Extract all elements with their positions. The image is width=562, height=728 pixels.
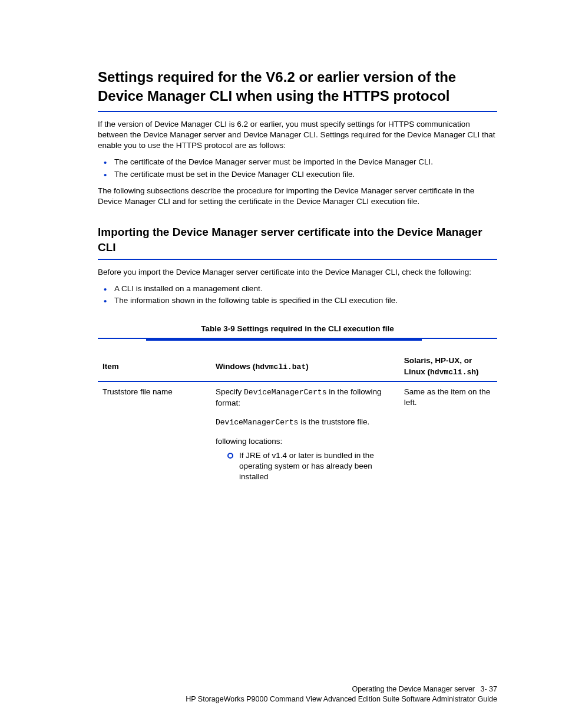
table-top-rule	[98, 338, 497, 341]
page-footer: Operating the Device Manager server 3- 3…	[186, 684, 497, 704]
code-bat: hdvmcli.bat	[255, 363, 306, 371]
col-item: Item	[98, 352, 211, 381]
bullet-cert-imported: The certificate of the Device Manager se…	[104, 157, 497, 167]
footer-doc-title: HP StorageWorks P9000 Command View Advan…	[186, 695, 497, 703]
col-solaris: Solaris, HP-UX, or Linux (hdvmcli.sh)	[399, 352, 497, 381]
table-row: Truststore file name Specify DeviceManag…	[98, 381, 497, 489]
sub1-paragraph-1: Before you import the Device Manager ser…	[98, 267, 497, 278]
nested-bullet-jre: If JRE of v1.4 or later is bundled in th…	[227, 450, 395, 483]
subsection-heading-importing-cert: Importing the Device Manager server cert…	[98, 225, 497, 255]
table-header-row: Item Windows (hdvmcli.bat) Solaris, HP-U…	[98, 352, 497, 381]
code-devicemanagercerts-1: DeviceManagerCerts	[244, 388, 326, 397]
section1-paragraph-1: If the version of Device Manager CLI is …	[98, 119, 497, 151]
cell-text-specify-format: Specify	[216, 387, 244, 396]
rule-under-heading-1	[98, 111, 497, 112]
footer-page-number: 3- 37	[481, 684, 498, 694]
settings-table: Item Windows (hdvmcli.bat) Solaris, HP-U…	[98, 352, 497, 489]
cell-text-truststore-file: is the truststore file.	[300, 417, 369, 426]
col-windows: Windows (hdvmcli.bat)	[211, 352, 399, 381]
section-heading-https-settings: Settings required for the V6.2 or earlie…	[98, 68, 497, 106]
section1-paragraph-2: The following subsections describe the p…	[98, 186, 497, 207]
code-devicemanagercerts-2: DeviceManagerCerts	[216, 418, 298, 427]
nested-bullet-list: If JRE of v1.4 or later is bundled in th…	[227, 450, 395, 483]
table-caption: Table 3-9 Settings required in the CLI e…	[201, 324, 394, 333]
footer-title: Operating the Device Manager server	[352, 685, 475, 693]
rule-under-heading-2	[98, 259, 497, 260]
bullet-cli-installed: A CLI is installed on a management clien…	[104, 284, 497, 294]
cell-solaris-details: Same as the item on the left.	[399, 381, 497, 489]
bullet-cert-set: The certificate must be set in the Devic…	[104, 169, 497, 180]
cell-text-following-locations: following locations:	[216, 437, 282, 446]
sub1-bullet-list: A CLI is installed on a management clien…	[104, 284, 497, 306]
bullet-info-specified: The information shown in the following t…	[104, 295, 497, 306]
cell-windows-details: Specify DeviceManagerCerts in the follow…	[211, 381, 399, 489]
section1-bullet-list: The certificate of the Device Manager se…	[104, 157, 497, 179]
cell-item-truststore: Truststore file name	[98, 381, 211, 489]
code-sh: hdvmcli.sh	[430, 368, 476, 377]
